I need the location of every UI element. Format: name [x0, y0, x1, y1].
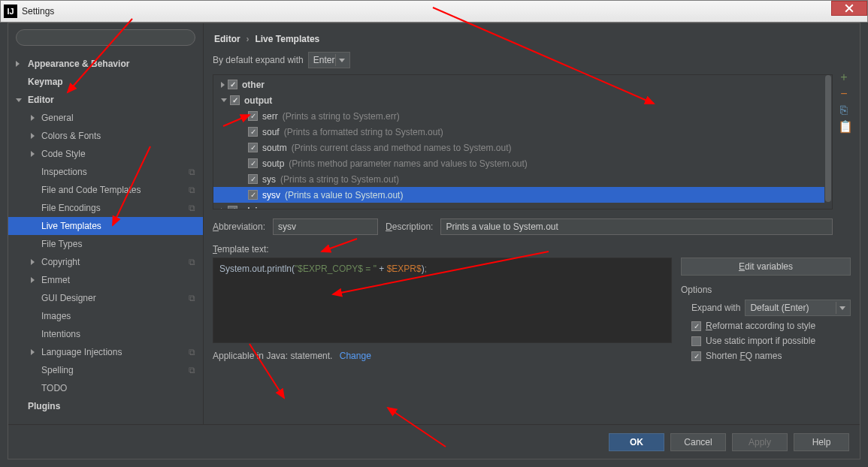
template-item-serr[interactable]: serr(Prints a string to System.err)	[213, 108, 832, 124]
shorten-fq-label: Shorten FQ names	[706, 351, 782, 361]
breadcrumb-b: Live Templates	[255, 34, 319, 44]
sidebar-item-file-types[interactable]: File Types	[8, 235, 203, 253]
template-checkbox[interactable]	[248, 174, 258, 184]
chevron-right-icon	[31, 349, 35, 355]
sidebar: ⌕ Appearance & BehaviorKeymapEditorGener…	[8, 23, 204, 424]
default-expand-value: Enter	[313, 55, 335, 65]
template-desc: (Prints a value to System.out)	[285, 190, 403, 200]
expand-with-select[interactable]: Default (Enter)	[745, 300, 851, 316]
change-context-link[interactable]: Change	[340, 351, 371, 361]
breadcrumb: Editor › Live Templates	[213, 31, 860, 52]
settings-tree[interactable]: Appearance & BehaviorKeymapEditorGeneral…	[8, 52, 203, 424]
sidebar-item-live-templates[interactable]: Live Templates	[8, 217, 203, 235]
template-checkbox[interactable]	[248, 190, 258, 200]
template-text-editor[interactable]: System.out.println("$EXPR_COPY$ = " + $E…	[213, 258, 672, 343]
reformat-checkbox[interactable]	[691, 321, 701, 331]
remove-template-button[interactable]: −	[838, 88, 850, 100]
sidebar-item-label: Code Style	[41, 149, 86, 159]
templates-list[interactable]: otheroutputserr(Prints a string to Syste…	[213, 75, 832, 209]
copy-template-button[interactable]: ⎘	[838, 104, 850, 116]
search-input[interactable]	[16, 29, 195, 46]
static-import-checkbox[interactable]	[691, 336, 701, 346]
shorten-fq-checkbox-row[interactable]: Shorten FQ names	[691, 351, 851, 361]
templates-scrollbar[interactable]	[824, 75, 832, 209]
default-expand-select[interactable]: Enter	[308, 52, 351, 68]
titlebar: IJ Settings	[0, 0, 868, 23]
reformat-checkbox-row[interactable]: Reformat according to style	[691, 321, 851, 331]
template-group-other[interactable]: other	[213, 77, 832, 92]
group-checkbox[interactable]	[228, 206, 237, 209]
chevron-right-icon	[31, 277, 35, 283]
main-panel: Editor › Live Templates By default expan…	[204, 23, 860, 424]
template-item-soutm[interactable]: soutm(Prints current class and method na…	[213, 140, 832, 155]
template-text-label: Template text:	[213, 244, 860, 255]
sidebar-item-appearance-behavior[interactable]: Appearance & Behavior	[8, 55, 203, 73]
apply-button[interactable]: Apply	[732, 433, 788, 451]
sidebar-item-label: Live Templates	[41, 221, 101, 231]
sidebar-item-label: Intentions	[41, 329, 80, 339]
template-group-plain[interactable]: plain	[213, 203, 832, 209]
sidebar-item-emmet[interactable]: Emmet	[8, 271, 203, 289]
static-import-label: Use static import if possible	[706, 336, 815, 346]
sidebar-item-spelling[interactable]: Spelling⧉	[8, 361, 203, 379]
sidebar-item-label: File Encodings	[41, 203, 101, 213]
template-item-sys[interactable]: sys(Prints a string to System.out)	[213, 171, 832, 187]
sidebar-item-file-and-code-templates[interactable]: File and Code Templates⧉	[8, 181, 203, 199]
expand-with-row: Expand with Default (Enter)	[691, 300, 851, 316]
paste-template-button[interactable]: 📋	[838, 121, 850, 133]
chevron-right-icon	[31, 133, 35, 139]
sidebar-item-inspections[interactable]: Inspections⧉	[8, 163, 203, 181]
sidebar-item-images[interactable]: Images	[8, 307, 203, 325]
template-checkbox[interactable]	[248, 143, 258, 152]
sidebar-item-label: TODO	[41, 383, 67, 393]
cancel-button[interactable]: Cancel	[670, 433, 726, 451]
sidebar-item-general[interactable]: General	[8, 109, 203, 127]
template-desc: (Prints a string to System.out)	[280, 174, 399, 185]
help-button[interactable]: Help	[794, 433, 849, 451]
sidebar-item-file-encodings[interactable]: File Encodings⧉	[8, 199, 203, 217]
template-name: sys	[262, 174, 276, 185]
sidebar-item-editor[interactable]: Editor	[8, 91, 203, 109]
profile-scope-icon: ⧉	[189, 185, 195, 195]
chevron-right-icon	[31, 151, 35, 157]
add-template-button[interactable]: +	[838, 71, 850, 83]
sidebar-item-todo[interactable]: TODO	[8, 379, 203, 397]
sidebar-item-intentions[interactable]: Intentions	[8, 325, 203, 343]
template-group-output[interactable]: output	[213, 92, 832, 108]
chevron-down-icon	[16, 98, 22, 102]
group-name: other	[242, 80, 265, 90]
template-name: souf	[262, 127, 280, 137]
profile-scope-icon: ⧉	[189, 257, 195, 267]
template-checkbox[interactable]	[248, 127, 258, 137]
template-item-sysv[interactable]: sysv(Prints a value to System.out)	[213, 187, 832, 203]
sidebar-item-keymap[interactable]: Keymap	[8, 73, 203, 91]
template-item-soutp[interactable]: soutp(Prints method parameter names and …	[213, 155, 832, 171]
template-item-souf[interactable]: souf(Prints a formatted string to System…	[213, 124, 832, 140]
ok-button[interactable]: OK	[609, 433, 664, 451]
sidebar-item-language-injections[interactable]: Language Injections⧉	[8, 343, 203, 361]
template-desc: (Prints method parameter names and value…	[289, 158, 527, 169]
group-checkbox[interactable]	[228, 80, 237, 89]
static-import-checkbox-row[interactable]: Use static import if possible	[691, 336, 851, 346]
sidebar-item-label: Keymap	[28, 77, 63, 87]
edit-variables-button[interactable]: Edit variables	[681, 258, 851, 276]
app-icon: IJ	[4, 5, 17, 18]
sidebar-item-colors-fonts[interactable]: Colors & Fonts	[8, 127, 203, 145]
template-name: serr	[262, 111, 278, 122]
description-label: Description:	[386, 221, 433, 232]
abbreviation-input[interactable]	[273, 218, 378, 235]
profile-scope-icon: ⧉	[189, 293, 195, 303]
sidebar-item-gui-designer[interactable]: GUI Designer⧉	[8, 289, 203, 307]
sidebar-item-label: Copyright	[41, 257, 80, 267]
sidebar-item-label: Appearance & Behavior	[28, 59, 129, 69]
group-checkbox[interactable]	[230, 95, 240, 105]
template-checkbox[interactable]	[248, 158, 258, 168]
shorten-fq-checkbox[interactable]	[691, 351, 701, 361]
description-input[interactable]	[440, 218, 833, 235]
sidebar-item-plugins[interactable]: Plugins	[8, 397, 203, 415]
sidebar-item-copyright[interactable]: Copyright⧉	[8, 253, 203, 271]
close-button[interactable]	[831, 1, 867, 16]
sidebar-item-code-style[interactable]: Code Style	[8, 145, 203, 163]
chevron-right-icon	[31, 115, 35, 121]
template-checkbox[interactable]	[248, 111, 258, 121]
